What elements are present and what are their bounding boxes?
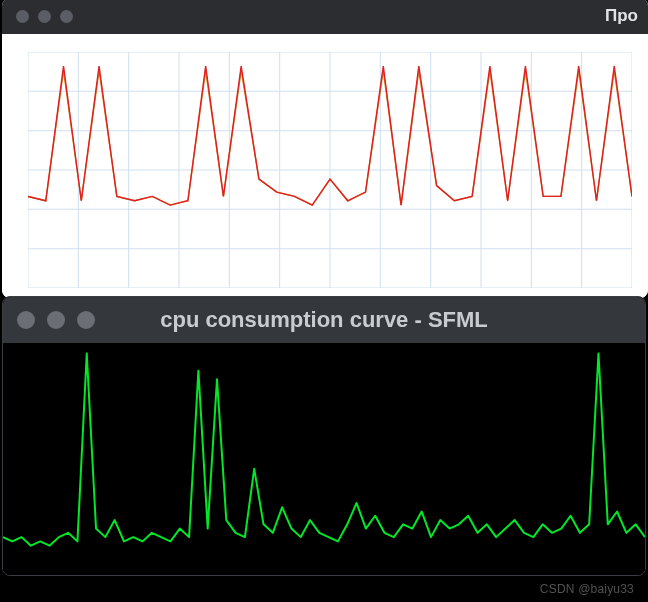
window-title-top: Про: [605, 6, 638, 26]
zoom-icon[interactable]: [60, 10, 73, 23]
watermark: CSDN @baiyu33: [540, 582, 634, 596]
minimize-icon[interactable]: [38, 10, 51, 23]
titlebar-top: Про: [2, 0, 648, 34]
minimize-icon[interactable]: [47, 311, 65, 329]
window-top-chart: Про: [2, 0, 648, 298]
chart-area-sfml: [3, 343, 645, 575]
chart-area-top: [2, 34, 648, 298]
window-sfml-chart: cpu consumption curve - SFML: [2, 296, 646, 576]
traffic-lights: [16, 10, 73, 23]
titlebar-sfml: cpu consumption curve - SFML: [3, 297, 645, 343]
close-icon[interactable]: [16, 10, 29, 23]
line-chart-cpu: [3, 343, 645, 575]
window-title-sfml: cpu consumption curve - SFML: [160, 307, 488, 333]
close-icon[interactable]: [17, 311, 35, 329]
line-chart-grid: [28, 52, 632, 288]
zoom-icon[interactable]: [77, 311, 95, 329]
traffic-lights: [17, 311, 95, 329]
